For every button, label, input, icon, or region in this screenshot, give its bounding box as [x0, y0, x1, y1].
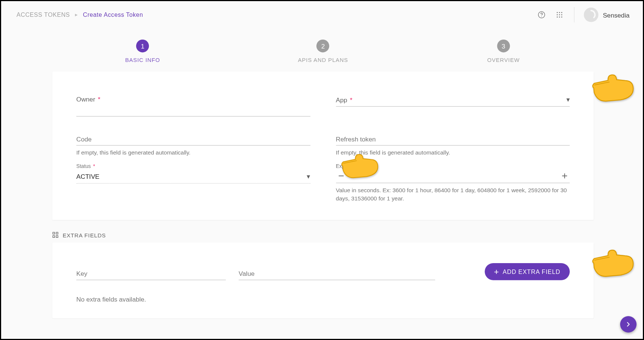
svg-rect-16 [56, 232, 58, 234]
add-extra-field-button[interactable]: + ADD EXTRA FIELD [485, 263, 570, 280]
plus-icon: + [494, 267, 499, 276]
extra-value-input[interactable] [239, 268, 435, 280]
code-field-wrapper: If empty, this field is generated automa… [76, 134, 310, 157]
expires-field-wrapper: Expires in Value in seconds. Ex: 3600 fo… [336, 163, 570, 203]
app-label: App * [336, 96, 352, 103]
svg-rect-12 [338, 175, 343, 176]
status-label: Status * [76, 163, 310, 169]
svg-point-6 [559, 14, 560, 15]
pointer-annotation-icon [585, 67, 636, 106]
owner-input[interactable] [76, 105, 310, 116]
code-input[interactable] [76, 134, 310, 146]
chevron-right-icon [625, 321, 632, 328]
chevron-down-icon: ▾ [566, 96, 570, 104]
expires-helper: Value in seconds. Ex: 3600 for 1 hour, 8… [336, 187, 570, 203]
divider [574, 7, 575, 22]
refresh-helper: If empty, this field is generated automa… [336, 149, 570, 157]
add-extra-field-label: ADD EXTRA FIELD [503, 268, 560, 275]
user-name: Sensedia [603, 11, 630, 18]
status-value: ACTIVE [76, 173, 100, 180]
extra-fields-card: + ADD EXTRA FIELD No extra fields availa… [52, 243, 594, 318]
svg-point-1 [541, 16, 542, 17]
step-number: 1 [136, 40, 149, 52]
topbar-right: Sensedia [537, 7, 629, 22]
svg-point-2 [557, 12, 558, 13]
svg-point-8 [557, 16, 558, 18]
step-number: 2 [317, 40, 329, 52]
breadcrumb-root[interactable]: ACCESS TOKENS [16, 11, 70, 18]
no-extra-fields-text: No extra fields available. [76, 296, 570, 303]
svg-point-3 [559, 12, 560, 13]
refresh-token-field-wrapper: If empty, this field is generated automa… [336, 134, 570, 157]
app-select[interactable]: App * ▾ [336, 96, 570, 107]
apps-grid-icon[interactable] [554, 10, 565, 20]
grid-icon [52, 232, 58, 239]
help-icon[interactable] [537, 10, 547, 20]
extra-value-wrapper [239, 268, 435, 280]
step-label: APIS AND PLANS [298, 57, 348, 63]
breadcrumb-current: Create Access Token [83, 11, 143, 18]
step-apis-plans[interactable]: 2 APIS AND PLANS [233, 40, 413, 63]
step-label: BASIC INFO [125, 57, 160, 63]
svg-point-7 [562, 14, 563, 15]
basic-info-card: Owner * App * ▾ If empty, this field is … [52, 72, 594, 220]
increment-button[interactable] [560, 171, 570, 181]
next-step-fab[interactable] [620, 316, 637, 333]
decrement-button[interactable] [336, 171, 346, 181]
extra-fields-title: EXTRA FIELDS [63, 232, 106, 238]
expires-stepper [336, 171, 570, 183]
extra-key-wrapper [76, 268, 226, 280]
chevron-down-icon: ▾ [307, 172, 310, 181]
svg-rect-17 [53, 235, 54, 237]
svg-rect-15 [53, 232, 54, 234]
extra-key-input[interactable] [76, 268, 226, 280]
breadcrumb: ACCESS TOKENS ▸ Create Access Token [16, 11, 143, 18]
svg-point-4 [562, 12, 563, 13]
refresh-token-input[interactable] [336, 134, 570, 146]
status-select[interactable]: ACTIVE ▾ [76, 171, 310, 183]
wizard-stepper: 1 BASIC INFO 2 APIS AND PLANS 3 OVERVIEW [1, 27, 644, 72]
svg-point-5 [557, 14, 558, 15]
expires-input[interactable] [382, 172, 523, 179]
chevron-right-icon: ▸ [75, 12, 78, 18]
extra-fields-header: EXTRA FIELDS [52, 232, 644, 239]
app-field-wrapper: App * ▾ [336, 96, 570, 116]
code-helper: If empty, this field is generated automa… [76, 149, 310, 157]
step-overview[interactable]: 3 OVERVIEW [413, 40, 594, 63]
status-field-wrapper: Status * ACTIVE ▾ [76, 163, 310, 203]
pointer-annotation-icon [585, 243, 636, 281]
owner-label: Owner * [76, 96, 310, 103]
step-label: OVERVIEW [487, 57, 520, 63]
owner-field-wrapper: Owner * [76, 96, 310, 116]
svg-point-9 [559, 16, 560, 18]
step-basic-info[interactable]: 1 BASIC INFO [52, 40, 233, 63]
topbar: ACCESS TOKENS ▸ Create Access Token Sens… [1, 1, 644, 27]
avatar [584, 7, 598, 22]
svg-rect-18 [56, 235, 58, 237]
step-number: 3 [497, 40, 510, 52]
expires-label: Expires in [336, 163, 570, 169]
svg-point-10 [562, 16, 563, 18]
svg-rect-14 [564, 174, 565, 178]
user-menu[interactable]: Sensedia [584, 7, 629, 22]
